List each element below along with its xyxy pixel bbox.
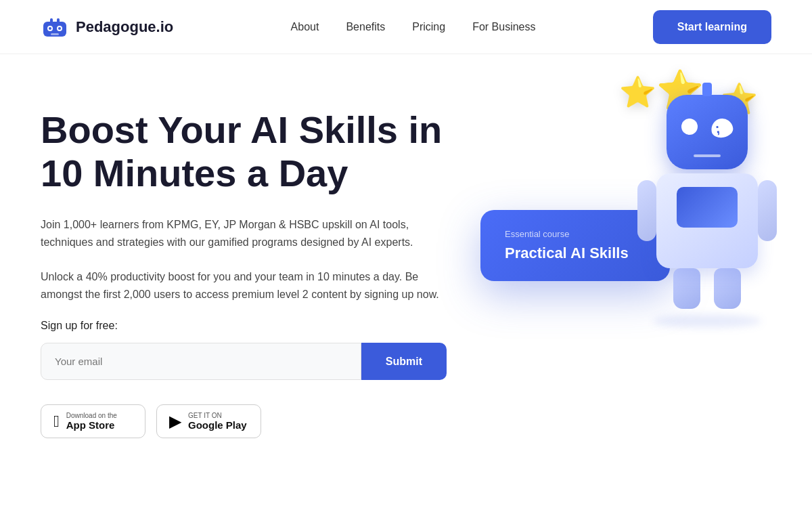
nav-about[interactable]: About	[291, 21, 319, 33]
hero-desc-1: Join 1,000+ learners from KPMG, EY, JP M…	[41, 216, 447, 252]
robot-legs	[667, 268, 748, 309]
course-label: Essential course	[505, 229, 646, 239]
nav-pricing[interactable]: Pricing	[412, 21, 445, 33]
googleplay-small: GET IT ON	[188, 412, 247, 419]
hero-left: Boost Your AI Skills in 10 Minutes a Day…	[41, 108, 447, 438]
robot-illustration	[629, 95, 785, 325]
logo[interactable]: Pedagogue.io	[41, 16, 173, 38]
robot-leg-right	[714, 268, 741, 309]
appstore-big: App Store	[66, 419, 117, 431]
robot-arm-right	[758, 180, 777, 241]
robot-leg-left	[673, 268, 700, 309]
navbar: Pedagogue.io About Benefits Pricing For …	[0, 0, 812, 54]
robot-head	[667, 95, 748, 169]
robot-screen	[677, 187, 738, 228]
appstore-badge[interactable]:  Download on the App Store	[41, 404, 145, 438]
robot-body	[639, 95, 775, 328]
googleplay-big: Google Play	[188, 419, 247, 431]
googleplay-icon: ▶	[169, 412, 181, 431]
svg-rect-2	[57, 18, 60, 23]
svg-rect-5	[51, 33, 59, 35]
nav-links: About Benefits Pricing For Business	[291, 21, 536, 33]
store-badges:  Download on the App Store ▶ GET IT ON …	[41, 404, 447, 438]
hero-illustration: ⭐ ⭐ ⭐ Essential course Practical AI Skil…	[467, 75, 792, 413]
googleplay-badge[interactable]: ▶ GET IT ON Google Play	[156, 404, 261, 438]
start-learning-button[interactable]: Start learning	[653, 10, 771, 44]
signup-label: Sign up for free:	[41, 320, 447, 332]
appstore-small: Download on the	[66, 412, 117, 419]
email-form: Submit	[41, 343, 447, 380]
hero-title: Boost Your AI Skills in 10 Minutes a Day	[41, 108, 447, 196]
email-input[interactable]	[41, 343, 361, 380]
robot-eye-left	[681, 119, 698, 135]
logo-icon	[41, 16, 69, 38]
nav-for-business[interactable]: For Business	[472, 21, 535, 33]
hero-desc-2: Unlock a 40% productivity boost for you …	[41, 268, 447, 304]
robot-eye-right	[710, 117, 734, 139]
robot-arm-left	[637, 180, 656, 241]
logo-text: Pedagogue.io	[76, 18, 173, 36]
apple-icon: 	[53, 412, 60, 431]
robot-torso	[656, 173, 758, 268]
googleplay-text: GET IT ON Google Play	[188, 412, 247, 431]
appstore-text: Download on the App Store	[66, 412, 117, 431]
submit-button[interactable]: Submit	[361, 343, 447, 380]
nav-benefits[interactable]: Benefits	[346, 21, 385, 33]
robot-mouth	[694, 154, 721, 157]
svg-rect-1	[50, 18, 53, 23]
course-title: Practical AI Skills	[505, 245, 646, 262]
robot-shadow	[653, 314, 761, 328]
svg-point-7	[58, 27, 61, 30]
svg-point-6	[49, 27, 51, 30]
hero-section: Boost Your AI Skills in 10 Minutes a Day…	[0, 54, 812, 508]
